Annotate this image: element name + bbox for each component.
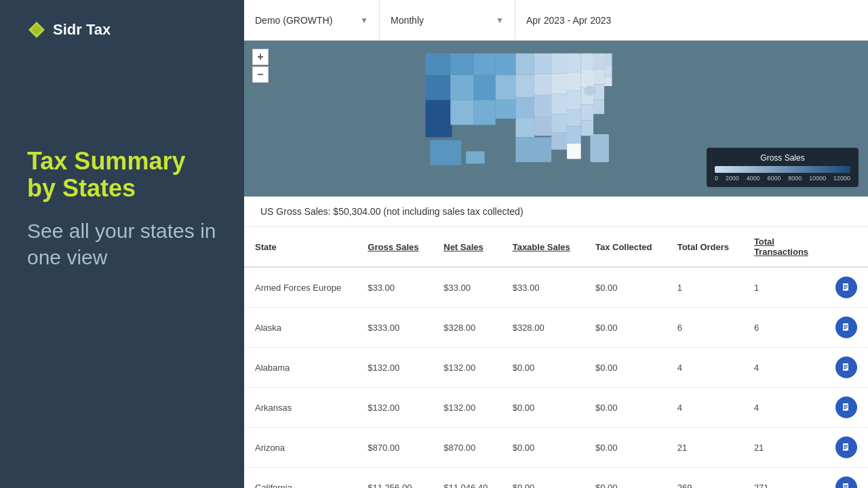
svg-rect-5 — [450, 54, 473, 75]
col-header-gross-sales: Gross Sales — [357, 227, 433, 267]
account-selector[interactable]: Demo (GROWTH) ▼ — [244, 0, 380, 40]
cell-state: Armed Forces Europe — [244, 267, 357, 308]
svg-rect-47 — [430, 140, 461, 165]
svg-rect-29 — [567, 72, 581, 91]
svg-rect-56 — [844, 327, 848, 327]
svg-rect-42 — [593, 100, 604, 115]
svg-rect-25 — [551, 94, 567, 114]
table-row: Alaska $333.00 $328.00 $328.00 $0.00 6 6 — [244, 308, 868, 348]
svg-rect-60 — [844, 367, 848, 367]
row-action-button[interactable] — [835, 317, 857, 338]
svg-rect-48 — [466, 151, 485, 163]
row-action-button[interactable] — [835, 476, 857, 488]
cell-gross-sales: $132.00 — [357, 388, 433, 428]
document-icon — [842, 443, 851, 452]
svg-rect-59 — [844, 365, 848, 366]
period-chevron-icon: ▼ — [496, 16, 504, 25]
map-section: + − — [244, 41, 868, 197]
svg-rect-16 — [515, 97, 534, 119]
cell-taxable-sales: $33.00 — [502, 267, 585, 308]
map-legend: Gross Sales 0 2000 4000 6000 8000 10000 … — [707, 148, 859, 187]
period-selector[interactable]: Monthly ▼ — [380, 0, 515, 40]
zoom-in-button[interactable]: + — [252, 49, 269, 65]
svg-rect-57 — [844, 328, 846, 329]
cell-total-orders: 4 — [667, 388, 743, 428]
account-chevron-icon: ▼ — [360, 16, 368, 25]
cell-net-sales: $870.00 — [433, 428, 501, 468]
cell-total-transactions: 4 — [743, 348, 823, 388]
svg-rect-40 — [593, 69, 604, 85]
cell-gross-sales: $870.00 — [357, 428, 433, 468]
date-range-display: Apr 2023 - Apr 2023 — [515, 0, 868, 40]
svg-rect-9 — [474, 75, 496, 100]
cell-taxable-sales: $0.00 — [502, 468, 585, 489]
svg-rect-35 — [581, 70, 593, 87]
svg-rect-17 — [515, 119, 534, 138]
col-header-tax-collected: Tax Collected — [585, 227, 667, 267]
cell-tax-collected: $0.00 — [585, 428, 667, 468]
svg-rect-2 — [426, 54, 451, 75]
cell-gross-sales: $11,256.00 — [357, 468, 433, 489]
cell-taxable-sales: $328.00 — [502, 308, 585, 348]
cell-action — [823, 348, 868, 388]
svg-rect-39 — [593, 54, 604, 69]
svg-rect-15 — [515, 75, 534, 97]
svg-rect-27 — [551, 133, 567, 150]
col-header-net-sales: Net Sales — [433, 227, 501, 267]
sidebar: Sidr Tax Tax Summary by States See all y… — [0, 0, 244, 488]
topbar: Demo (GROWTH) ▼ Monthly ▼ Apr 2023 - Apr… — [244, 0, 868, 41]
svg-rect-68 — [844, 447, 848, 447]
document-icon — [842, 483, 851, 488]
row-action-button[interactable] — [835, 277, 857, 298]
cell-action — [823, 468, 868, 489]
svg-rect-53 — [844, 288, 846, 289]
cell-gross-sales: $333.00 — [357, 308, 433, 348]
cell-tax-collected: $0.00 — [585, 388, 667, 428]
table-body: Armed Forces Europe $33.00 $33.00 $33.00… — [244, 267, 868, 488]
cell-state: Alaska — [244, 308, 357, 348]
svg-rect-37 — [581, 104, 593, 120]
col-header-total-orders: Total Orders — [667, 227, 743, 267]
cell-total-transactions: 271 — [743, 468, 823, 489]
table-row: Arizona $870.00 $870.00 $0.00 $0.00 21 2… — [244, 428, 868, 468]
table-row: Armed Forces Europe $33.00 $33.00 $33.00… — [244, 267, 868, 308]
svg-rect-30 — [567, 91, 581, 110]
cell-total-transactions: 1 — [743, 267, 823, 308]
gross-sales-banner: US Gross Sales: $50,304.00 (not includin… — [244, 197, 868, 227]
cell-total-orders: 4 — [667, 348, 743, 388]
cell-state: Alabama — [244, 348, 357, 388]
cell-state: Arkansas — [244, 388, 357, 428]
cell-tax-collected: $0.00 — [585, 308, 667, 348]
cell-tax-collected: $0.00 — [585, 348, 667, 388]
row-action-button[interactable] — [835, 396, 857, 418]
document-icon — [842, 283, 851, 292]
cell-total-transactions: 6 — [743, 308, 823, 348]
svg-rect-43 — [590, 134, 609, 162]
sidebar-subtext: See all your states in one view — [27, 218, 217, 270]
cell-state: Arizona — [244, 428, 357, 468]
table-header: State Gross Sales Net Sales Taxable Sale… — [244, 227, 868, 267]
cell-total-orders: 21 — [667, 428, 743, 468]
svg-rect-44 — [604, 54, 612, 66]
svg-rect-61 — [844, 368, 846, 369]
data-table-section[interactable]: State Gross Sales Net Sales Taxable Sale… — [244, 227, 868, 488]
zoom-out-button[interactable]: − — [252, 66, 269, 83]
svg-rect-12 — [496, 75, 516, 100]
svg-rect-7 — [450, 100, 473, 125]
cell-action — [823, 308, 868, 348]
svg-rect-11 — [496, 54, 516, 75]
cell-total-transactions: 4 — [743, 388, 823, 428]
document-icon — [842, 323, 851, 332]
svg-rect-34 — [581, 54, 593, 70]
table-row: California $11,256.00 $11,046.40 $0.00 $… — [244, 468, 868, 489]
row-action-button[interactable] — [835, 436, 857, 458]
cell-gross-sales: $132.00 — [357, 348, 433, 388]
svg-rect-26 — [551, 114, 567, 133]
svg-rect-45 — [604, 66, 612, 77]
svg-rect-51 — [844, 285, 848, 286]
svg-rect-24 — [551, 74, 567, 94]
svg-rect-64 — [844, 407, 848, 407]
svg-rect-33 — [567, 144, 581, 159]
svg-rect-14 — [515, 54, 534, 75]
row-action-button[interactable] — [835, 357, 857, 378]
